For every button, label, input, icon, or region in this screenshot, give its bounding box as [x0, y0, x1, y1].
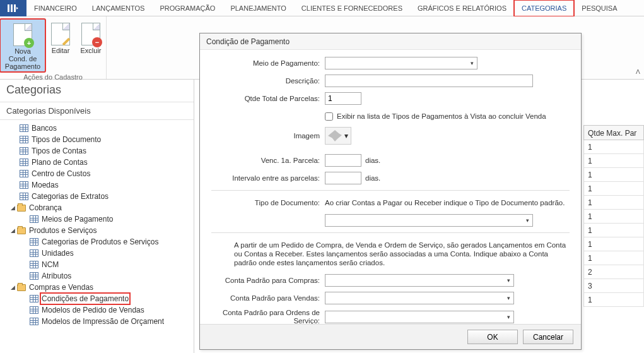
cancel-button[interactable]: Cancelar: [523, 330, 573, 344]
menu-tab-financeiro[interactable]: FINANCEIRO: [26, 0, 85, 16]
tree-item-label: Condições de Pagamento: [42, 294, 129, 303]
expand-arrow-icon: ◢: [9, 227, 16, 234]
conta-ordens-select[interactable]: ▾: [325, 311, 514, 323]
menubar: FINANCEIRO LANÇAMENTOS PROGRAMAÇÃO PLANE…: [0, 0, 644, 16]
tree-item-label: Moedas: [32, 181, 59, 189]
tree-item[interactable]: Meios de Pagamento: [0, 213, 194, 225]
tree-item-label: Meios de Pagamento: [42, 215, 113, 224]
label-conta-vendas: Conta Padrão para Vendas:: [211, 294, 325, 302]
grid-cell[interactable]: 1: [583, 140, 644, 154]
payment-condition-dialog: Condição de Pagamento Meio de Pagamento:…: [199, 33, 582, 350]
grid-cell[interactable]: 1: [583, 237, 644, 251]
menu-tab-pesquisa[interactable]: PESQUISA: [574, 0, 624, 16]
dialog-footer: OK Cancelar: [200, 324, 581, 349]
tree-item[interactable]: Modelos de Impressão de Orçament: [0, 316, 194, 327]
dialog-title: Condição de Pagamento: [200, 33, 581, 50]
tree-item-label: Modelos de Impressão de Orçament: [42, 317, 164, 326]
svg-rect-2: [14, 4, 16, 12]
tree-item[interactable]: Centro de Custos: [0, 168, 194, 179]
label-intervalo: Intervalo entre as parcelas:: [211, 174, 325, 182]
conta-compras-select[interactable]: ▾: [325, 274, 514, 287]
hint-tipo-documento: Ao criar Contas a Pagar ou Receber indiq…: [325, 199, 565, 206]
tree-item[interactable]: Plano de Contas: [0, 157, 194, 168]
venc-1a-parcela-input[interactable]: [325, 154, 361, 167]
tree-item[interactable]: Bancos: [0, 123, 194, 134]
menu-tab-graficos[interactable]: GRÁFICOS E RELATÓRIOS: [410, 0, 514, 16]
tree-item[interactable]: Tipos de Contas: [0, 145, 194, 157]
tree-item-label: Produtos e Serviços: [29, 226, 97, 235]
category-tree[interactable]: BancosTipos de DocumentoTipos de ContasP…: [0, 120, 194, 353]
grid-cell[interactable]: 1: [583, 182, 644, 196]
menu-tab-planejamento[interactable]: PLANEJAMENTO: [223, 0, 293, 16]
page-add-icon: +: [13, 23, 32, 46]
grid-cell[interactable]: 1: [583, 293, 644, 307]
qtde-parcelas-input[interactable]: [325, 92, 361, 105]
tree-item[interactable]: Atributos: [0, 270, 194, 282]
new-condition-label: Nova Cond. de Pagamento: [4, 47, 41, 70]
tree-item[interactable]: NCM: [0, 259, 194, 270]
menu-tab-clientes[interactable]: CLIENTES E FORNECEDORES: [294, 0, 410, 16]
grid-cell[interactable]: 1: [583, 251, 644, 265]
sidebar-subtitle: Categorias Disponíveis: [0, 102, 194, 120]
delete-button-label: Excluir: [80, 47, 101, 54]
label-qtde-parcelas: Qtde Total de Parcelas:: [211, 95, 325, 102]
tree-item[interactable]: Modelos de Pedido de Vendas: [0, 304, 194, 316]
tree-item-label: NCM: [42, 260, 59, 269]
grid-icon: [20, 193, 28, 200]
page-edit-icon: [51, 23, 70, 45]
grid-cell[interactable]: 1: [583, 196, 644, 210]
exibir-avista-label: Exibir na lista de Tipos de Pagamentos à…: [337, 112, 546, 120]
grid-cell[interactable]: 1: [583, 154, 644, 168]
dias-suffix: dias.: [365, 174, 380, 182]
conta-vendas-select[interactable]: ▾: [325, 292, 514, 304]
menu-tab-categorias[interactable]: CATEGORIAS: [514, 0, 574, 16]
tree-item[interactable]: Unidades: [0, 248, 194, 259]
tree-item-label: Cobrança: [29, 203, 62, 212]
grid-icon: [20, 147, 28, 155]
imagem-picker[interactable]: ▾: [325, 127, 351, 145]
edit-button[interactable]: Editar: [45, 19, 76, 72]
ok-button[interactable]: OK: [467, 330, 518, 344]
tree-item[interactable]: Moedas: [0, 179, 194, 191]
folder-icon: [17, 205, 26, 212]
svg-rect-1: [11, 4, 13, 12]
grid-icon: [30, 261, 38, 268]
tipo-documento-select[interactable]: ▾: [325, 214, 533, 227]
delete-button[interactable]: − Excluir: [76, 19, 106, 72]
chevron-down-icon: ▾: [344, 131, 348, 140]
tree-item[interactable]: Categorias de Extratos: [0, 191, 194, 202]
tree-item[interactable]: Categorias de Produtos e Serviços: [0, 236, 194, 248]
folder-icon: [17, 284, 26, 291]
tree-item[interactable]: ◢Produtos e Serviços: [0, 225, 194, 236]
descricao-input[interactable]: [325, 75, 533, 87]
grid-icon: [20, 181, 28, 189]
label-conta-ordens: Conta Padrão para Ordens de Serviço:: [211, 309, 325, 324]
meio-pagamento-select[interactable]: ▾: [325, 57, 477, 69]
tree-item[interactable]: ◢Cobrança: [0, 202, 194, 213]
new-condition-button[interactable]: + Nova Cond. de Pagamento: [0, 19, 45, 72]
tree-item[interactable]: Condições de Pagamento: [0, 293, 194, 304]
label-descricao: Descrição:: [211, 77, 325, 85]
grid-cell[interactable]: 1: [583, 168, 644, 182]
column-header-qtde[interactable]: Qtde Max. Par: [583, 125, 644, 140]
intervalo-parcelas-input[interactable]: [325, 172, 361, 184]
grid-icon: [20, 124, 28, 132]
dialog-body: Meio de Pagamento: ▾ Descrição: Qtde Tot…: [200, 50, 581, 324]
app-logo[interactable]: [0, 0, 26, 16]
menu-tab-lancamentos[interactable]: LANÇAMENTOS: [85, 0, 153, 16]
ribbon-collapse-icon[interactable]: ᐱ: [636, 68, 640, 75]
label-venc-1a-parcela: Venc. 1a. Parcela:: [211, 157, 325, 164]
grid-cell[interactable]: 2: [583, 265, 644, 279]
grid-cell[interactable]: 1: [583, 224, 644, 237]
tree-item[interactable]: Tipos de Documento: [0, 134, 194, 145]
tree-item-label: Centro de Custos: [32, 169, 90, 178]
tree-item-label: Modelos de Pedido de Vendas: [42, 306, 144, 314]
grid-qtde-column: Qtde Max. Par111111111231: [583, 125, 644, 307]
svg-rect-0: [8, 4, 9, 12]
grid-cell[interactable]: 1: [583, 210, 644, 224]
sidebar: Categorias Categorias Disponíveis Bancos…: [0, 80, 194, 353]
menu-tab-programacao[interactable]: PROGRAMAÇÃO: [152, 0, 223, 16]
tree-item[interactable]: ◢Compras e Vendas: [0, 282, 194, 293]
exibir-avista-checkbox[interactable]: [325, 112, 333, 121]
grid-cell[interactable]: 3: [583, 279, 644, 293]
